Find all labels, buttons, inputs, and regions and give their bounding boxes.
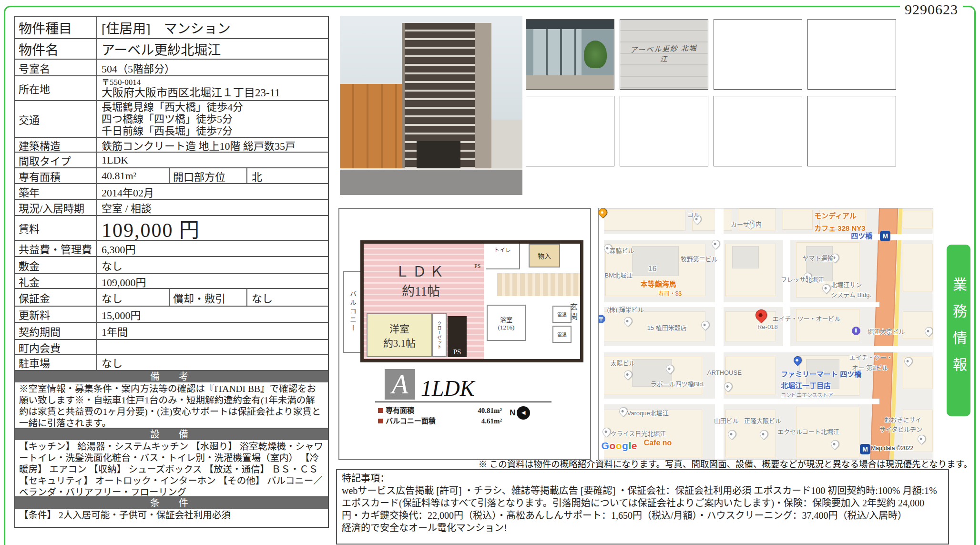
map-building: [602, 210, 685, 231]
bullet-square-icon: [378, 408, 383, 413]
row-label: 保証金: [15, 289, 97, 306]
map-label: おおきにサイ: [884, 415, 921, 424]
map-label: システム Bldg.: [831, 290, 871, 299]
map-label: 15 植田米穀店: [647, 323, 687, 332]
transit-line: 長堀鶴見線「西大橋」徒歩4分: [102, 101, 243, 113]
floorplan-closet: クローゼット: [432, 313, 447, 357]
equipment-body: 【キッチン】 給湯器・システムキッチン 【水廻り】 浴室乾燥機・シャワートイレ・…: [15, 440, 328, 497]
floorplan-entrance: 玄関: [566, 289, 580, 335]
row-value: 1LDK: [97, 153, 328, 167]
map-label: 堀江大京ビル: [868, 327, 905, 336]
floorplan-pipe-space: PS: [448, 316, 467, 357]
special-notes-body: webサービス広告掲載 [許可] ・チラシ、雑誌等掲載広告 [要確認] ・保証会…: [342, 484, 943, 522]
address: 大阪府大阪市西区北堀江１丁目23-11: [102, 87, 280, 99]
map-building: [903, 211, 933, 228]
table-row: 所在地 〒550-0014 大阪府大阪市西区北堀江１丁目23-11: [15, 76, 328, 101]
floorplan-storage: 物入: [529, 244, 560, 267]
table-row: 築年 2014年02月: [15, 184, 328, 200]
balcony-area-label: バルコニー面積: [386, 416, 436, 426]
row-label: 町内会費: [15, 340, 97, 354]
row-label-2: 償却・敷引: [170, 289, 247, 306]
photo-entrance-dark: [417, 141, 460, 170]
table-row: 礼金 109,000円: [15, 274, 328, 289]
map-attribution: Map data ©2022: [871, 445, 913, 452]
legend-rule: [375, 401, 551, 402]
map-road: [599, 399, 879, 404]
photo-slot-empty: [714, 96, 802, 166]
property-sheet: 9290623 物件種目 [住居用] マンション 物件名 アーベル更紗北堀江 号…: [0, 0, 980, 545]
row-label: 更新料: [15, 307, 97, 322]
map-building: [783, 210, 813, 230]
map-road: [783, 234, 790, 352]
map-label: コンビニエンスストア: [781, 391, 833, 399]
table-row: 契約期間 1年間: [15, 323, 328, 340]
table-row: 物件種目 [住居用] マンション: [15, 17, 328, 39]
floorplan-balcony: バルコニー: [343, 271, 361, 353]
row-label: 築年: [15, 184, 97, 199]
photo-slot-empty: [714, 19, 802, 90]
photo-slot-empty: [807, 19, 896, 90]
bedroom-size: 約3.1帖: [383, 335, 416, 350]
ldk-size: 約11帖: [373, 281, 469, 299]
map-label: 16: [648, 265, 657, 273]
map-label: ラポール四ツ橋Bld.: [651, 379, 704, 388]
nameplate-photo: アーベル更紗 北堀江: [620, 19, 708, 90]
table-row: 更新料 15,000円: [15, 307, 328, 323]
map-label: 牧野第二ビル: [681, 254, 718, 263]
table-row: 共益費・管理費 6,300円: [15, 241, 328, 257]
photo-slot-empty: [807, 96, 896, 166]
photo-glass: [533, 29, 582, 75]
map-label: 本等鮨海馬: [641, 278, 676, 288]
postal-code: 〒550-0014: [102, 78, 141, 87]
unit-type-name: 1LDK: [421, 376, 474, 401]
row-value: 40.81m²: [97, 168, 170, 183]
row-label: 専有面積: [15, 168, 97, 183]
bath-label: 浴室: [500, 315, 512, 324]
table-row: 建築構造 鉄筋コンクリート造 地上10階 総戸数35戸: [15, 138, 328, 153]
special-notes-title: 特記事項：: [342, 472, 943, 484]
transit-line: 四つ橋線「四ツ橋」徒歩5分: [102, 113, 233, 125]
special-notes: 特記事項： webサービス広告掲載 [許可] ・チラシ、雑誌等掲載広告 [要確認…: [336, 469, 949, 545]
row-value: 2014年02月: [97, 184, 328, 199]
row-label: 所在地: [15, 76, 97, 100]
map-label: Re-018: [757, 323, 778, 330]
map-label: Cafe no: [644, 439, 672, 447]
floorplan-drawing: ＬＤＫ 約11帖 洋室 約3.1帖 クローゼット PS トイレ 物入 PS 浴室…: [360, 240, 583, 362]
table-row: 保証金 なし 償却・敷引 なし: [15, 289, 328, 307]
row-value: 504（5階部分）: [97, 60, 328, 75]
table-row: 駐車場 なし: [15, 355, 328, 371]
row-label: 物件種目: [15, 17, 97, 38]
row-value: 109,000円: [97, 274, 328, 288]
floorplan-toilet: トイレ: [486, 244, 520, 269]
property-table: 物件種目 [住居用] マンション 物件名 アーベル更紗北堀江 号室名 504（5…: [14, 16, 329, 528]
row-label: 共益費・管理費: [15, 241, 97, 256]
row-label: 敷金: [15, 257, 97, 273]
map-label: フレッサ北堀江: [781, 275, 824, 284]
map-label: カーサ竹内: [731, 219, 762, 228]
table-row: 号室名 504（5階部分）: [15, 60, 328, 76]
map-label: エイチ・ツー・: [849, 352, 893, 361]
map-disclaimer: ※ この資料は物件の概略紹介資料になります。写真、間取図面、設備、概要などが現況…: [479, 457, 972, 470]
map-label: ヤマト運輸: [803, 253, 834, 262]
row-value: [97, 340, 328, 354]
unit-type-letter: A: [385, 369, 415, 400]
row-label: 賃料: [15, 216, 97, 240]
section-header-conditions: 条 件: [15, 497, 328, 509]
row-value: なし: [97, 289, 170, 306]
nameplate-text: アーベル更紗 北堀江: [629, 42, 700, 64]
map-label: サイタビルヂン: [879, 424, 922, 433]
map-metro-icon: M: [880, 231, 890, 241]
map-label: クライス日光北堀江: [611, 429, 666, 438]
map-label: 北堀江サン: [831, 280, 862, 289]
google-logo: Google: [602, 440, 637, 452]
floorplan-legend: A 1LDK 専有面積 40.81m² バルコニー面積 4.61m² N ◄: [385, 369, 551, 441]
map-label: モンディアル: [814, 210, 857, 220]
map-road: [599, 208, 604, 460]
row-label: 礼金: [15, 274, 97, 288]
table-row: 賃料 109,000 円: [15, 216, 328, 241]
photo-building-side: [475, 23, 491, 170]
section-header-equipment: 設 備: [15, 429, 328, 440]
tab-business-info[interactable]: 業務情報: [947, 245, 970, 416]
location-map: MM〒Ⅱコルカーサ竹内森脇ビル牧野第二ビルBM北堀江16本等鮨海馬寿司・$$(株…: [598, 208, 933, 460]
row-value: なし: [97, 257, 328, 273]
